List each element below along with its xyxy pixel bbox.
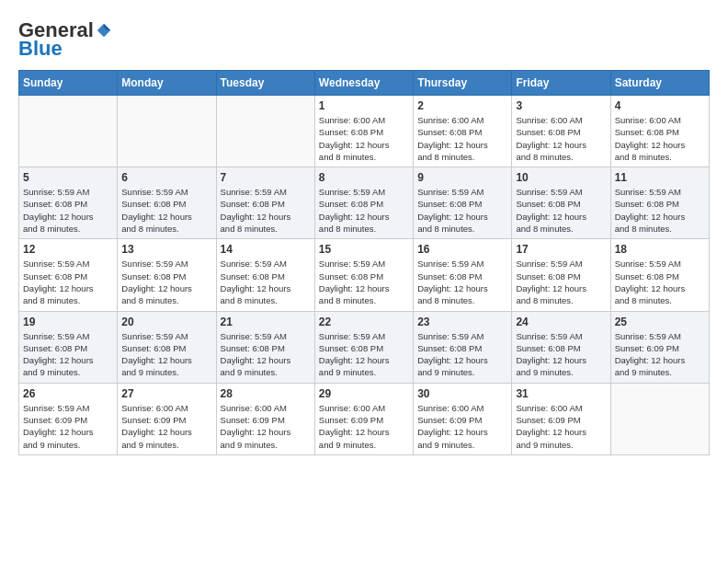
day-number: 23	[417, 316, 507, 328]
day-info: Sunrise: 5:59 AMSunset: 6:09 PMDaylight:…	[615, 330, 705, 379]
calendar-cell: 16Sunrise: 5:59 AMSunset: 6:08 PMDayligh…	[414, 239, 512, 311]
calendar-cell: 4Sunrise: 6:00 AMSunset: 6:08 PMDaylight…	[610, 96, 709, 167]
calendar-cell	[118, 96, 216, 167]
calendar-cell: 21Sunrise: 5:59 AMSunset: 6:08 PMDayligh…	[216, 311, 314, 383]
day-number: 9	[417, 171, 507, 184]
day-info: Sunrise: 6:00 AMSunset: 6:08 PMDaylight:…	[417, 114, 507, 163]
day-info: Sunrise: 6:00 AMSunset: 6:08 PMDaylight:…	[516, 114, 606, 163]
day-info: Sunrise: 6:00 AMSunset: 6:09 PMDaylight:…	[221, 402, 311, 451]
logo-icon	[96, 22, 112, 39]
day-number: 21	[221, 316, 311, 328]
day-number: 18	[615, 243, 705, 256]
day-number: 3	[516, 99, 606, 112]
day-info: Sunrise: 5:59 AMSunset: 6:08 PMDaylight:…	[516, 258, 606, 306]
day-number: 4	[615, 99, 705, 112]
calendar-cell: 12Sunrise: 5:59 AMSunset: 6:08 PMDayligh…	[19, 239, 118, 311]
calendar-cell: 15Sunrise: 5:59 AMSunset: 6:08 PMDayligh…	[314, 239, 413, 311]
day-info: Sunrise: 5:59 AMSunset: 6:08 PMDaylight:…	[221, 258, 311, 306]
day-info: Sunrise: 5:59 AMSunset: 6:08 PMDaylight:…	[319, 330, 409, 379]
calendar-cell: 20Sunrise: 5:59 AMSunset: 6:08 PMDayligh…	[118, 311, 216, 383]
calendar-week-row: 19Sunrise: 5:59 AMSunset: 6:08 PMDayligh…	[19, 311, 710, 383]
calendar-cell	[216, 96, 314, 167]
day-number: 6	[121, 171, 211, 184]
day-info: Sunrise: 5:59 AMSunset: 6:08 PMDaylight:…	[23, 330, 113, 379]
day-number: 19	[23, 316, 113, 328]
day-number: 10	[516, 171, 606, 184]
day-info: Sunrise: 5:59 AMSunset: 6:08 PMDaylight:…	[121, 186, 211, 235]
weekday-header-thursday: Thursday	[414, 71, 512, 96]
calendar-cell: 7Sunrise: 5:59 AMSunset: 6:08 PMDaylight…	[216, 167, 314, 239]
day-number: 16	[417, 243, 507, 256]
calendar-cell: 26Sunrise: 5:59 AMSunset: 6:09 PMDayligh…	[19, 383, 118, 454]
calendar-cell: 5Sunrise: 5:59 AMSunset: 6:08 PMDaylight…	[19, 167, 118, 239]
calendar-cell	[610, 383, 709, 454]
day-number: 17	[516, 243, 606, 256]
weekday-header-wednesday: Wednesday	[314, 71, 413, 96]
calendar-cell: 28Sunrise: 6:00 AMSunset: 6:09 PMDayligh…	[216, 383, 314, 454]
day-number: 27	[121, 387, 211, 400]
day-number: 7	[221, 171, 311, 184]
calendar-cell: 31Sunrise: 6:00 AMSunset: 6:09 PMDayligh…	[512, 383, 610, 454]
weekday-header-monday: Monday	[118, 71, 216, 96]
day-number: 2	[417, 99, 507, 112]
day-info: Sunrise: 6:00 AMSunset: 6:09 PMDaylight:…	[516, 402, 606, 451]
page-header: General Blue	[18, 18, 710, 61]
day-info: Sunrise: 5:59 AMSunset: 6:08 PMDaylight:…	[23, 186, 113, 235]
day-info: Sunrise: 5:59 AMSunset: 6:08 PMDaylight:…	[516, 330, 606, 379]
day-info: Sunrise: 6:00 AMSunset: 6:08 PMDaylight:…	[615, 114, 705, 163]
day-info: Sunrise: 5:59 AMSunset: 6:08 PMDaylight:…	[417, 186, 507, 235]
day-info: Sunrise: 5:59 AMSunset: 6:08 PMDaylight:…	[516, 186, 606, 235]
day-number: 11	[615, 171, 705, 184]
calendar-cell: 8Sunrise: 5:59 AMSunset: 6:08 PMDaylight…	[314, 167, 413, 239]
day-info: Sunrise: 5:59 AMSunset: 6:08 PMDaylight:…	[121, 258, 211, 306]
day-number: 29	[319, 387, 409, 400]
day-number: 15	[319, 243, 409, 256]
day-info: Sunrise: 5:59 AMSunset: 6:08 PMDaylight:…	[319, 258, 409, 306]
calendar-cell: 11Sunrise: 5:59 AMSunset: 6:08 PMDayligh…	[610, 167, 709, 239]
calendar-cell: 23Sunrise: 5:59 AMSunset: 6:08 PMDayligh…	[414, 311, 512, 383]
day-info: Sunrise: 5:59 AMSunset: 6:08 PMDaylight:…	[121, 330, 211, 379]
day-info: Sunrise: 5:59 AMSunset: 6:08 PMDaylight:…	[23, 258, 113, 306]
day-info: Sunrise: 5:59 AMSunset: 6:08 PMDaylight:…	[221, 186, 311, 235]
day-info: Sunrise: 5:59 AMSunset: 6:08 PMDaylight:…	[417, 258, 507, 306]
calendar-cell: 22Sunrise: 5:59 AMSunset: 6:08 PMDayligh…	[314, 311, 413, 383]
day-info: Sunrise: 6:00 AMSunset: 6:09 PMDaylight:…	[319, 402, 409, 451]
calendar-week-row: 1Sunrise: 6:00 AMSunset: 6:08 PMDaylight…	[19, 96, 710, 167]
calendar-cell	[19, 96, 118, 167]
day-info: Sunrise: 5:59 AMSunset: 6:08 PMDaylight:…	[221, 330, 311, 379]
day-number: 30	[417, 387, 507, 400]
calendar-body: 1Sunrise: 6:00 AMSunset: 6:08 PMDaylight…	[19, 96, 710, 455]
calendar-cell: 9Sunrise: 5:59 AMSunset: 6:08 PMDaylight…	[414, 167, 512, 239]
calendar-cell: 2Sunrise: 6:00 AMSunset: 6:08 PMDaylight…	[414, 96, 512, 167]
calendar-cell: 25Sunrise: 5:59 AMSunset: 6:09 PMDayligh…	[610, 311, 709, 383]
calendar-cell: 6Sunrise: 5:59 AMSunset: 6:08 PMDaylight…	[118, 167, 216, 239]
day-number: 22	[319, 316, 409, 328]
calendar-cell: 1Sunrise: 6:00 AMSunset: 6:08 PMDaylight…	[314, 96, 413, 167]
weekday-header-saturday: Saturday	[610, 71, 709, 96]
weekday-header-row: SundayMondayTuesdayWednesdayThursdayFrid…	[19, 71, 710, 96]
calendar-week-row: 12Sunrise: 5:59 AMSunset: 6:08 PMDayligh…	[19, 239, 710, 311]
day-info: Sunrise: 5:59 AMSunset: 6:08 PMDaylight:…	[615, 258, 705, 306]
calendar-cell: 14Sunrise: 5:59 AMSunset: 6:08 PMDayligh…	[216, 239, 314, 311]
day-number: 13	[121, 243, 211, 256]
calendar-week-row: 5Sunrise: 5:59 AMSunset: 6:08 PMDaylight…	[19, 167, 710, 239]
day-number: 20	[121, 316, 211, 328]
day-info: Sunrise: 5:59 AMSunset: 6:09 PMDaylight:…	[23, 402, 113, 451]
day-info: Sunrise: 6:00 AMSunset: 6:09 PMDaylight:…	[121, 402, 211, 451]
day-number: 12	[23, 243, 113, 256]
calendar-cell: 24Sunrise: 5:59 AMSunset: 6:08 PMDayligh…	[512, 311, 610, 383]
logo: General Blue	[18, 18, 112, 61]
calendar-cell: 3Sunrise: 6:00 AMSunset: 6:08 PMDaylight…	[512, 96, 610, 167]
day-number: 28	[221, 387, 311, 400]
day-number: 24	[516, 316, 606, 328]
day-info: Sunrise: 5:59 AMSunset: 6:08 PMDaylight:…	[615, 186, 705, 235]
calendar-cell: 29Sunrise: 6:00 AMSunset: 6:09 PMDayligh…	[314, 383, 413, 454]
calendar-cell: 30Sunrise: 6:00 AMSunset: 6:09 PMDayligh…	[414, 383, 512, 454]
calendar-cell: 18Sunrise: 5:59 AMSunset: 6:08 PMDayligh…	[610, 239, 709, 311]
weekday-header-friday: Friday	[512, 71, 610, 96]
weekday-header-sunday: Sunday	[19, 71, 118, 96]
calendar-week-row: 26Sunrise: 5:59 AMSunset: 6:09 PMDayligh…	[19, 383, 710, 454]
calendar-cell: 19Sunrise: 5:59 AMSunset: 6:08 PMDayligh…	[19, 311, 118, 383]
day-info: Sunrise: 6:00 AMSunset: 6:08 PMDaylight:…	[319, 114, 409, 163]
calendar-cell: 10Sunrise: 5:59 AMSunset: 6:08 PMDayligh…	[512, 167, 610, 239]
